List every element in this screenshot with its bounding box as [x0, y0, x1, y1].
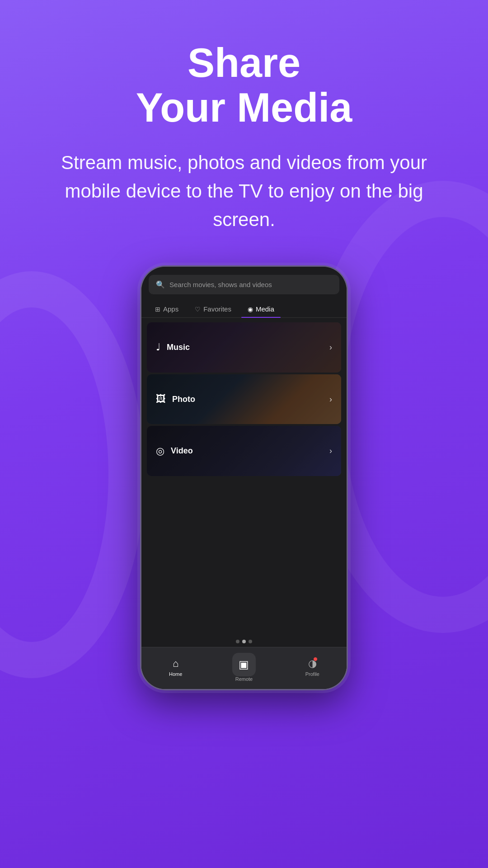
apps-icon: ⊞ [155, 306, 160, 313]
dot-3 [249, 640, 252, 643]
bottom-nav: ⌂ Home ▣ Remote ◑ Profile [141, 647, 347, 689]
photo-content: 🖼 Photo › [147, 393, 341, 405]
video-content: ◎ Video › [147, 445, 341, 457]
media-list: ♩ Music › 🖼 Photo › [141, 318, 347, 481]
tab-favorites[interactable]: ♡ Favorites [188, 301, 238, 317]
phone-mockup: 🔍 Search movies, shows and videos ⊞ Apps… [140, 265, 348, 690]
remote-button[interactable]: ▣ [232, 653, 256, 676]
home-icon: ⌂ [173, 658, 178, 670]
media-item-music[interactable]: ♩ Music › [147, 322, 341, 373]
nav-remote-label: Remote [235, 676, 253, 682]
phone-screen: 🔍 Search movies, shows and videos ⊞ Apps… [141, 267, 347, 689]
search-bar[interactable]: 🔍 Search movies, shows and videos [149, 275, 339, 294]
dot-2 [242, 640, 246, 643]
nav-home[interactable]: ⌂ Home [158, 658, 194, 677]
video-icon: ◎ [156, 445, 164, 457]
bottom-spacer [141, 481, 347, 634]
search-placeholder: Search movies, shows and videos [169, 281, 272, 288]
video-left: ◎ Video [156, 445, 193, 457]
media-item-video[interactable]: ◎ Video › [147, 426, 341, 476]
music-label: Music [167, 343, 190, 352]
bg-arc-left [0, 271, 145, 678]
music-content: ♩ Music › [147, 341, 341, 353]
header-section: ShareYour Media Stream music, photos and… [23, 0, 465, 256]
nav-remote[interactable]: ▣ Remote [226, 653, 262, 682]
tab-media[interactable]: ◉ Media [241, 301, 281, 317]
favorites-icon: ♡ [195, 306, 201, 313]
page-subtitle: Stream music, photos and videos from you… [59, 148, 429, 234]
nav-profile[interactable]: ◑ Profile [294, 658, 330, 677]
music-left: ♩ Music [156, 341, 190, 353]
tab-media-label: Media [256, 305, 274, 313]
music-chevron: › [329, 343, 332, 352]
media-item-photo[interactable]: 🖼 Photo › [147, 374, 341, 425]
profile-icon-wrap: ◑ [308, 658, 317, 670]
search-icon: 🔍 [156, 280, 165, 289]
video-chevron: › [329, 446, 332, 456]
profile-badge [313, 657, 318, 661]
media-icon: ◉ [248, 306, 253, 313]
page-dots [141, 634, 347, 647]
music-icon: ♩ [156, 341, 160, 353]
nav-home-label: Home [169, 671, 182, 677]
page-title: ShareYour Media [59, 41, 429, 130]
phone-outer: 🔍 Search movies, shows and videos ⊞ Apps… [140, 265, 348, 690]
tab-apps[interactable]: ⊞ Apps [149, 301, 185, 317]
tab-apps-label: Apps [163, 305, 178, 313]
dot-1 [236, 640, 239, 643]
photo-left: 🖼 Photo [156, 393, 195, 405]
remote-icon: ▣ [239, 658, 249, 671]
video-label: Video [171, 446, 193, 456]
photo-icon: 🖼 [156, 393, 166, 405]
tab-favorites-label: Favorites [203, 305, 231, 313]
nav-profile-label: Profile [305, 671, 319, 677]
photo-chevron: › [329, 395, 332, 404]
tabs-row: ⊞ Apps ♡ Favorites ◉ Media [141, 301, 347, 318]
photo-label: Photo [172, 395, 195, 404]
